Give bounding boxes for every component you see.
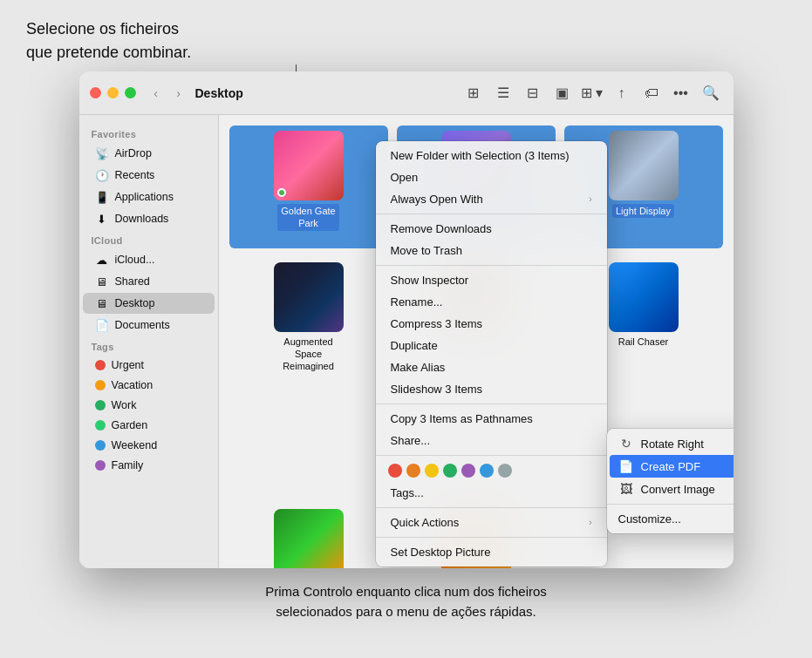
sidebar-item-recents[interactable]: 🕐 Recents bbox=[83, 165, 215, 186]
menu-new-folder[interactable]: New Folder with Selection (3 Items) bbox=[379, 145, 604, 166]
menu-tags[interactable]: Tags... bbox=[379, 482, 604, 504]
tags-label: Tags bbox=[79, 336, 218, 355]
file-thumb-rail bbox=[609, 262, 679, 332]
title-bar: ‹ › Desktop ⊞ ☰ ⊟ ▣ ⊞ ▾ ↑ 🏷 ••• 🔍 bbox=[79, 71, 734, 115]
quick-actions-submenu: ↻ Rotate Right 📄 Create PDF 🖼 Convert Im… bbox=[607, 429, 734, 533]
color-green[interactable] bbox=[443, 464, 457, 478]
downloads-icon: ⬇ bbox=[95, 212, 109, 226]
color-orange[interactable] bbox=[406, 464, 420, 478]
work-dot bbox=[95, 400, 106, 410]
color-blue[interactable] bbox=[480, 464, 494, 478]
submenu-create-pdf[interactable]: 📄 Create PDF bbox=[610, 455, 734, 478]
file-augmented[interactable]: AugmentedSpace Reimagined bbox=[229, 257, 388, 378]
airdrop-icon: 📡 bbox=[95, 146, 109, 160]
screenshot-container: Selecione os ficheiros que pretende comb… bbox=[0, 17, 812, 658]
sidebar-item-airdrop[interactable]: 📡 AirDrop bbox=[83, 143, 215, 164]
toolbar-icons: ⊞ ☰ ⊟ ▣ ⊞ ▾ ↑ 🏷 ••• 🔍 bbox=[461, 81, 723, 105]
icloud-label: iCloud bbox=[79, 230, 218, 248]
divider5 bbox=[376, 507, 607, 508]
nav-arrows: ‹ › bbox=[147, 84, 188, 103]
back-button[interactable]: ‹ bbox=[147, 84, 166, 103]
submenu-convert-image[interactable]: 🖼 Convert Image bbox=[610, 478, 734, 500]
color-yellow[interactable] bbox=[425, 464, 439, 478]
menu-share[interactable]: Share... bbox=[379, 430, 604, 451]
file-farmers[interactable]: FarmersMarket...ly Packet bbox=[229, 504, 388, 568]
icon-share[interactable]: ↑ bbox=[610, 81, 634, 105]
icon-grid[interactable]: ⊞ bbox=[461, 81, 486, 105]
sidebar-item-family[interactable]: Family bbox=[83, 456, 215, 475]
sidebar-item-desktop[interactable]: 🖥 Desktop bbox=[83, 293, 215, 314]
sidebar-item-weekend[interactable]: Weekend bbox=[83, 436, 215, 455]
menu-move-to-trash[interactable]: Move to Trash bbox=[379, 240, 604, 261]
sidebar-item-applications[interactable]: 📱 Applications bbox=[83, 187, 215, 207]
status-dot-ggp bbox=[277, 188, 286, 197]
file-thumb-farmers bbox=[274, 509, 344, 568]
sidebar-item-urgent[interactable]: Urgent bbox=[83, 356, 215, 375]
menu-show-inspector[interactable]: Show Inspector bbox=[379, 269, 604, 291]
quick-actions-arrow: › bbox=[589, 518, 591, 527]
divider3 bbox=[376, 404, 607, 404]
menu-always-open-with[interactable]: Always Open With › bbox=[379, 188, 604, 210]
color-gray[interactable] bbox=[498, 464, 512, 478]
applications-icon: 📱 bbox=[95, 190, 109, 204]
desktop-icon: 🖥 bbox=[95, 296, 109, 310]
sidebar-item-work[interactable]: Work bbox=[83, 396, 215, 415]
menu-set-desktop[interactable]: Set Desktop Picture bbox=[379, 541, 604, 563]
menu-quick-actions[interactable]: Quick Actions › bbox=[379, 512, 604, 533]
file-thumb-augmented bbox=[274, 262, 344, 332]
divider2 bbox=[376, 265, 607, 266]
sidebar-item-documents[interactable]: 📄 Documents bbox=[83, 315, 215, 336]
submenu-customize[interactable]: Customize... bbox=[610, 508, 734, 530]
documents-icon: 📄 bbox=[95, 318, 109, 332]
menu-remove-downloads[interactable]: Remove Downloads bbox=[379, 218, 604, 240]
menu-rename[interactable]: Rename... bbox=[379, 291, 604, 313]
icon-search[interactable]: 🔍 bbox=[699, 81, 723, 105]
window-title: Desktop bbox=[195, 86, 243, 100]
sidebar-item-shared[interactable]: 🖥 Shared bbox=[83, 271, 215, 292]
icon-list[interactable]: ☰ bbox=[491, 81, 515, 105]
divider6 bbox=[376, 537, 607, 538]
icon-tag[interactable]: 🏷 bbox=[639, 81, 664, 105]
recents-icon: 🕐 bbox=[95, 168, 109, 182]
icon-gallery[interactable]: ▣ bbox=[550, 81, 575, 105]
urgent-dot bbox=[95, 360, 106, 370]
close-button[interactable] bbox=[90, 87, 101, 98]
menu-colors-row bbox=[376, 459, 607, 482]
color-red[interactable] bbox=[388, 464, 402, 478]
vacation-dot bbox=[95, 380, 106, 390]
submenu-divider bbox=[607, 504, 734, 505]
top-annotation: Selecione os ficheiros que pretende comb… bbox=[26, 17, 270, 64]
sidebar-item-icloud[interactable]: ☁ iCloud... bbox=[83, 249, 215, 270]
context-menu: New Folder with Selection (3 Items) Open… bbox=[376, 141, 607, 566]
file-ggp[interactable]: Golden GatePark bbox=[229, 125, 388, 248]
sidebar-item-vacation[interactable]: Vacation bbox=[83, 376, 215, 395]
menu-open[interactable]: Open bbox=[379, 166, 604, 188]
pdf-icon: 📄 bbox=[618, 459, 634, 473]
finder-body: Favorites 📡 AirDrop 🕐 Recents 📱 Applicat… bbox=[79, 115, 734, 568]
icon-more[interactable]: ••• bbox=[669, 81, 693, 105]
menu-make-alias[interactable]: Make Alias bbox=[379, 356, 604, 378]
sidebar-item-downloads[interactable]: ⬇ Downloads bbox=[83, 208, 215, 229]
divider1 bbox=[376, 214, 607, 214]
finder-window: ‹ › Desktop ⊞ ☰ ⊟ ▣ ⊞ ▾ ↑ 🏷 ••• 🔍 Favori… bbox=[79, 71, 734, 568]
convert-icon: 🖼 bbox=[618, 482, 634, 496]
menu-slideshow[interactable]: Slideshow 3 Items bbox=[379, 378, 604, 400]
forward-button[interactable]: › bbox=[169, 84, 188, 103]
divider4 bbox=[376, 455, 607, 456]
menu-duplicate[interactable]: Duplicate bbox=[379, 335, 604, 356]
file-label-ld: Light Display bbox=[612, 204, 674, 218]
icon-group[interactable]: ⊞ ▾ bbox=[580, 81, 604, 105]
sidebar: Favorites 📡 AirDrop 🕐 Recents 📱 Applicat… bbox=[79, 115, 219, 568]
menu-compress[interactable]: Compress 3 Items bbox=[379, 313, 604, 335]
menu-copy-pathnames[interactable]: Copy 3 Items as Pathnames bbox=[379, 408, 604, 430]
file-label-ggp: Golden GatePark bbox=[277, 204, 338, 231]
submenu-rotate-right[interactable]: ↻ Rotate Right bbox=[610, 432, 734, 455]
icon-columns[interactable]: ⊟ bbox=[521, 81, 545, 105]
color-purple[interactable] bbox=[461, 464, 475, 478]
minimize-button[interactable] bbox=[107, 87, 119, 98]
sidebar-item-garden[interactable]: Garden bbox=[83, 416, 215, 435]
maximize-button[interactable] bbox=[125, 87, 136, 98]
file-label-augmented: AugmentedSpace Reimagined bbox=[270, 336, 348, 373]
content-area: Golden GatePark Light and Shadow01 Light… bbox=[219, 115, 734, 568]
file-label-rail: Rail Chaser bbox=[618, 336, 668, 348]
